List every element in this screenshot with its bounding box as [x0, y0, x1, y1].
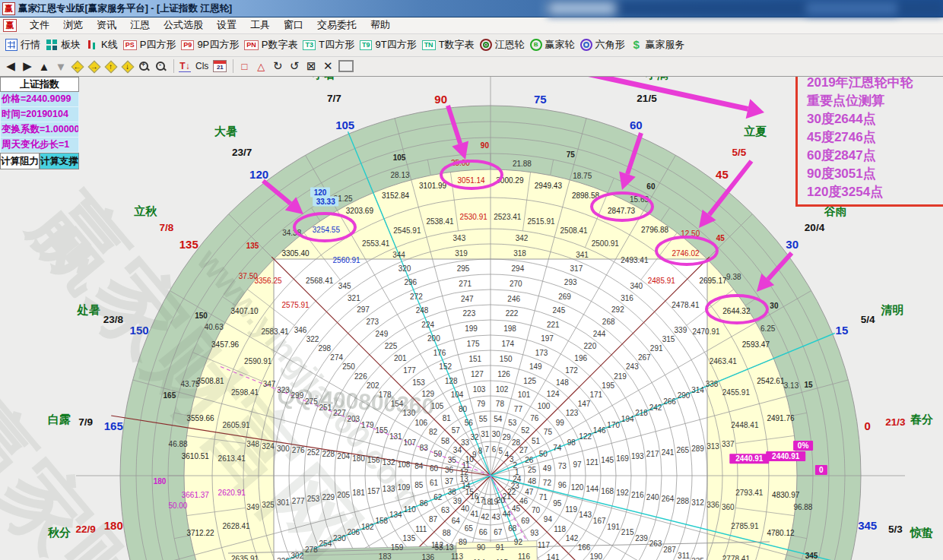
down-icon[interactable]: ▼: [55, 60, 67, 73]
annotation-line-1: 重要点位测算: [807, 92, 943, 110]
toolbar-label: 9P四方形: [197, 38, 239, 52]
toolbar-label: 六角形: [595, 38, 625, 52]
toolbar-button-9P四方形[interactable]: P99P四方形: [181, 38, 239, 52]
next-icon[interactable]: ▶: [21, 59, 33, 73]
toolbar-button-P四方形[interactable]: PSP四方形: [123, 38, 176, 52]
svg-text:263: 263: [649, 539, 662, 548]
svg-text:2898.58: 2898.58: [572, 191, 600, 200]
svg-text:2628.41: 2628.41: [223, 522, 251, 530]
toolbar-button-赢家服务[interactable]: $赢家服务: [630, 38, 685, 52]
svg-text:25: 25: [528, 466, 537, 474]
menu-item-8[interactable]: 交易委托: [310, 17, 364, 33]
svg-text:243: 243: [626, 362, 639, 371]
svg-text:175: 175: [467, 340, 480, 348]
svg-text:153: 153: [412, 378, 425, 387]
toolbar-button-行情[interactable]: 行情: [5, 38, 40, 52]
menu-item-3[interactable]: 江恩: [123, 17, 157, 33]
panel-button-1[interactable]: 计算支撑: [40, 153, 79, 169]
menu-item-1[interactable]: 浏览: [56, 17, 90, 33]
svg-text:2785.91: 2785.91: [731, 522, 759, 530]
toolbar-button-江恩轮[interactable]: 江恩轮: [480, 38, 525, 52]
svg-text:301: 301: [277, 498, 290, 507]
svg-text:264: 264: [662, 495, 675, 503]
toolbar-label: 板块: [61, 38, 81, 52]
screen-icon[interactable]: [338, 60, 354, 72]
shrink-icon[interactable]: ✕: [322, 59, 334, 73]
cls-button[interactable]: Cls: [195, 61, 208, 71]
svg-text:112: 112: [431, 541, 443, 549]
svg-text:6.25: 6.25: [760, 324, 776, 333]
app-logo-icon: 赢: [2, 2, 15, 15]
svg-text:62: 62: [433, 493, 443, 501]
rotate-ccw-icon[interactable]: ↺: [288, 59, 300, 73]
menu-item-0[interactable]: 文件: [23, 17, 56, 33]
toolbar-button-T数字表[interactable]: TNT数字表: [422, 38, 475, 52]
svg-text:180: 180: [352, 454, 365, 463]
diamond-down-icon[interactable]: ↓: [122, 61, 134, 72]
diamond-up-icon[interactable]: ↑: [105, 61, 117, 72]
svg-text:247: 247: [461, 295, 474, 303]
rotate-cw-icon[interactable]: ↻: [271, 59, 284, 73]
svg-text:321: 321: [348, 294, 360, 302]
zoom-in-icon[interactable]: +: [138, 61, 151, 72]
toolbar-button-板块[interactable]: 板块: [46, 38, 81, 52]
svg-text:176: 176: [433, 349, 446, 357]
svg-text:101: 101: [518, 391, 531, 399]
panel-button-0[interactable]: 计算阻力: [0, 153, 40, 169]
menu-item-9[interactable]: 帮助: [364, 17, 397, 33]
svg-text:5/4: 5/4: [861, 314, 875, 325]
up-icon[interactable]: ▲: [38, 60, 50, 73]
svg-text:3254.55: 3254.55: [313, 226, 341, 234]
svg-text:2515.91: 2515.91: [527, 217, 555, 226]
svg-text:240: 240: [646, 493, 659, 501]
svg-text:198: 198: [503, 324, 516, 333]
svg-text:3203.69: 3203.69: [346, 207, 374, 215]
menu-item-4[interactable]: 公式选股: [157, 17, 210, 33]
svg-text:172: 172: [565, 366, 578, 375]
svg-text:小满: 小满: [645, 77, 668, 81]
svg-text:345: 345: [858, 519, 877, 532]
svg-text:97: 97: [573, 460, 582, 469]
svg-text:302: 302: [291, 552, 304, 560]
svg-text:81: 81: [443, 414, 452, 422]
menu-item-6[interactable]: 工具: [243, 17, 277, 33]
svg-text:2440.91: 2440.91: [735, 454, 764, 463]
toolbar-button-K线[interactable]: K线: [86, 38, 118, 52]
menu-item-7[interactable]: 窗口: [277, 17, 310, 33]
triangle-tool-icon[interactable]: △: [255, 61, 267, 72]
square-tool-icon[interactable]: □: [238, 61, 250, 72]
toolbar-button-P数字表[interactable]: PNP数字表: [244, 38, 297, 52]
svg-text:15: 15: [836, 324, 849, 337]
diamond-left-icon[interactable]: ←: [71, 61, 84, 72]
svg-text:111: 111: [415, 525, 427, 533]
diamond-right-icon[interactable]: →: [88, 61, 100, 72]
zoom-out-icon[interactable]: -: [155, 61, 167, 72]
svg-text:8: 8: [478, 447, 483, 455]
calendar-icon[interactable]: 21: [213, 60, 227, 72]
svg-text:3.13: 3.13: [784, 381, 799, 390]
toolbar-button-赢家轮[interactable]: B赢家轮: [530, 38, 575, 52]
svg-text:71: 71: [539, 493, 548, 501]
svg-text:26: 26: [525, 456, 534, 464]
svg-text:150: 150: [500, 355, 513, 363]
svg-text:349: 349: [246, 503, 259, 511]
titlebar-blur-region: [548, 2, 616, 15]
svg-text:7: 7: [485, 445, 490, 454]
svg-text:121: 121: [586, 458, 599, 467]
boxed-x-icon[interactable]: ⊠: [305, 59, 317, 73]
toolbar-button-9T四方形[interactable]: T99T四方形: [360, 38, 417, 52]
svg-text:150: 150: [195, 312, 208, 320]
menu-item-5[interactable]: 设置: [210, 17, 243, 33]
svg-text:128: 128: [445, 377, 458, 385]
toolbar-button-T四方形[interactable]: T3T四方形: [303, 38, 354, 52]
menu-item-2[interactable]: 资讯: [90, 17, 123, 33]
svg-text:30: 30: [786, 238, 799, 251]
svg-text:41: 41: [470, 510, 479, 518]
svg-text:2500.91: 2500.91: [592, 239, 620, 248]
toolbar-button-六角形[interactable]: 六角形: [580, 38, 625, 52]
prev-icon[interactable]: ◀: [5, 59, 17, 73]
svg-text:49: 49: [543, 464, 552, 473]
svg-text:60: 60: [630, 119, 643, 131]
svg-text:170: 170: [607, 421, 620, 429]
sort-shift-icon[interactable]: T↓: [179, 61, 191, 72]
